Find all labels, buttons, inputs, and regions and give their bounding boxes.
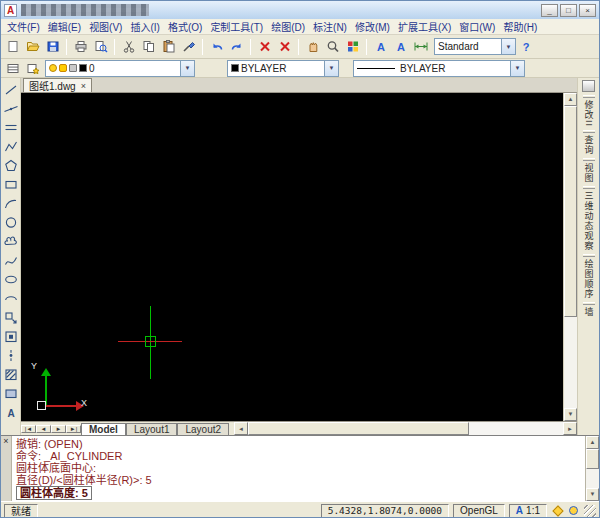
save-icon[interactable]	[43, 38, 62, 56]
toolbar-grip[interactable]	[583, 254, 595, 257]
menu-item-6[interactable]: 绘图(D)	[267, 19, 309, 34]
cut-icon[interactable]	[119, 38, 138, 56]
erase-x-icon[interactable]	[255, 38, 274, 56]
chevron-down-icon[interactable]: ▼	[501, 39, 515, 54]
layout-tab-model[interactable]: Model	[81, 423, 126, 435]
redo-icon[interactable]	[227, 38, 246, 56]
maximize-button[interactable]: □	[560, 4, 577, 17]
pan-icon[interactable]	[303, 38, 322, 56]
close-icon[interactable]: ×	[81, 81, 86, 91]
menu-item-3[interactable]: 插入(I)	[126, 19, 163, 34]
command-history[interactable]: 撤销: (OPEN)命令: _AI_CYLINDER圆柱体底面中心:直径(D)/…	[12, 436, 585, 501]
close-icon[interactable]: ×	[1, 436, 11, 446]
status-toggle-icon[interactable]	[552, 505, 563, 516]
right-toolbar-5[interactable]: 墙	[583, 302, 595, 317]
ellipse-arc-icon[interactable]	[2, 289, 20, 308]
chevron-down-icon[interactable]: ▼	[180, 61, 194, 76]
undo-icon[interactable]	[207, 38, 226, 56]
circle-icon[interactable]	[2, 213, 20, 232]
vertical-scroll-thumb[interactable]	[564, 106, 577, 317]
right-toolbar-1[interactable]: 查询	[583, 130, 595, 155]
ellipse-icon[interactable]	[2, 270, 20, 289]
layout-nav-prev[interactable]: ◄	[36, 425, 51, 433]
status-toggle-icon-2[interactable]	[569, 506, 578, 515]
command-input-value[interactable]: 圆柱体高度: 5	[16, 486, 92, 500]
canvas-vertical-scrollbar[interactable]: ▲ ▼	[563, 93, 577, 421]
layout-tab-layout1[interactable]: Layout1	[126, 423, 178, 435]
hatch-icon[interactable]	[2, 365, 20, 384]
arc-icon[interactable]	[2, 194, 20, 213]
zoom-icon[interactable]	[323, 38, 342, 56]
command-scrollbar[interactable]: ▲ ▼	[585, 436, 599, 501]
props-icon[interactable]	[343, 38, 362, 56]
menu-item-9[interactable]: 扩展工具(X)	[394, 19, 455, 34]
layout-nav-next[interactable]: ►	[51, 425, 66, 433]
text-style-combo[interactable]: Standard ▼	[434, 38, 516, 55]
open-icon[interactable]	[23, 38, 42, 56]
command-input-line[interactable]: 圆柱体高度: 5	[16, 487, 581, 499]
drawing-canvas[interactable]: Y X	[21, 93, 563, 421]
menu-item-0[interactable]: 文件(F)	[3, 19, 44, 34]
scroll-right-icon[interactable]: ►	[563, 422, 577, 435]
toolbar-grip[interactable]	[583, 186, 595, 189]
right-toolbar-3[interactable]: 三维动态观察	[583, 186, 595, 251]
color-combo[interactable]: BYLAYER ▼	[227, 60, 339, 77]
point-icon[interactable]	[2, 346, 20, 365]
toolbar-grip[interactable]	[583, 95, 595, 98]
document-tab[interactable]: 图纸1.dwg ×	[23, 78, 92, 92]
menu-item-11[interactable]: 帮助(H)	[499, 19, 541, 34]
chevron-down-icon[interactable]: ▼	[510, 61, 524, 76]
help-icon[interactable]: ?	[516, 38, 535, 56]
layout-tab-layout2[interactable]: Layout2	[177, 423, 229, 435]
close-button[interactable]: ×	[579, 4, 596, 17]
revcloud-icon[interactable]	[2, 232, 20, 251]
line-icon[interactable]	[2, 80, 20, 99]
menu-item-4[interactable]: 格式(O)	[164, 19, 206, 34]
pline-icon[interactable]	[2, 137, 20, 156]
menu-item-8[interactable]: 修改(M)	[351, 19, 394, 34]
command-scroll-track[interactable]	[586, 449, 599, 488]
mline-icon[interactable]	[2, 118, 20, 137]
mtext-icon[interactable]: A	[2, 403, 20, 422]
right-toolbar-0[interactable]: 修改II	[583, 95, 595, 127]
layers-icon[interactable]	[3, 60, 22, 76]
match-icon[interactable]	[179, 38, 198, 56]
text-a-icon[interactable]: A	[371, 38, 390, 56]
toolbar-dock-icon[interactable]	[582, 80, 595, 92]
status-scale[interactable]: A 1:1	[509, 504, 547, 518]
status-renderer[interactable]: OpenGL	[453, 504, 505, 518]
paste-icon[interactable]	[159, 38, 178, 56]
command-scroll-thumb[interactable]	[586, 449, 599, 469]
scroll-left-icon[interactable]: ◄	[234, 422, 248, 435]
menu-item-1[interactable]: 编辑(E)	[44, 19, 85, 34]
horizontal-scroll-thumb[interactable]	[248, 422, 468, 435]
vertical-scroll-track[interactable]	[564, 106, 577, 408]
chevron-down-icon[interactable]: ▼	[324, 61, 338, 76]
linetype-combo[interactable]: BYLAYER ▼	[353, 60, 525, 77]
plot-icon[interactable]	[71, 38, 90, 56]
scroll-up-icon[interactable]: ▲	[586, 436, 599, 449]
copy-icon[interactable]	[139, 38, 158, 56]
scroll-down-icon[interactable]: ▼	[564, 408, 577, 421]
layout-nav-last[interactable]: ►|	[66, 425, 81, 433]
erase-x-icon[interactable]	[275, 38, 294, 56]
status-coordinates[interactable]: 5.4328,1.8074,0.0000	[321, 504, 449, 518]
toolbar-grip[interactable]	[583, 158, 595, 161]
scroll-down-icon[interactable]: ▼	[586, 488, 599, 501]
polygon-icon[interactable]	[2, 156, 20, 175]
menu-item-10[interactable]: 窗口(W)	[455, 19, 499, 34]
region-icon[interactable]	[2, 384, 20, 403]
toolbar-grip[interactable]	[583, 130, 595, 133]
spline-icon[interactable]	[2, 251, 20, 270]
canvas-horizontal-scrollbar[interactable]: ◄ ►	[234, 422, 577, 435]
layer-states-icon[interactable]	[23, 60, 42, 76]
make-block-icon[interactable]	[2, 327, 20, 346]
right-toolbar-2[interactable]: 视图	[583, 158, 595, 183]
dim-icon[interactable]	[411, 38, 430, 56]
preview-icon[interactable]	[91, 38, 110, 56]
resize-grip[interactable]	[584, 505, 596, 517]
scroll-up-icon[interactable]: ▲	[564, 93, 577, 106]
insert-block-icon[interactable]	[2, 308, 20, 327]
right-toolbar-4[interactable]: 绘图顺序	[583, 254, 595, 299]
menu-item-5[interactable]: 定制工具(T)	[206, 19, 267, 34]
